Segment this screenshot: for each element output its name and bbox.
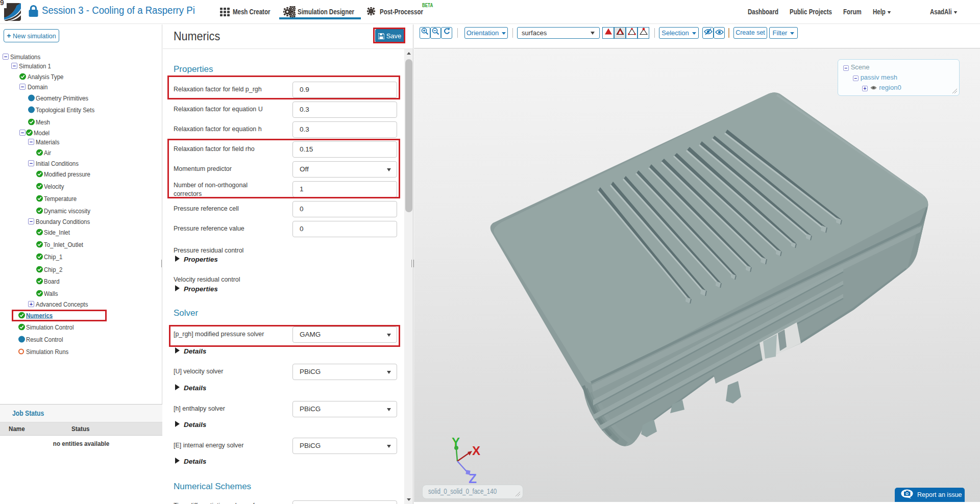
svg-text:X: X <box>472 444 480 458</box>
svg-text:Z: Z <box>469 471 477 486</box>
svg-text:Y: Y <box>452 435 460 449</box>
